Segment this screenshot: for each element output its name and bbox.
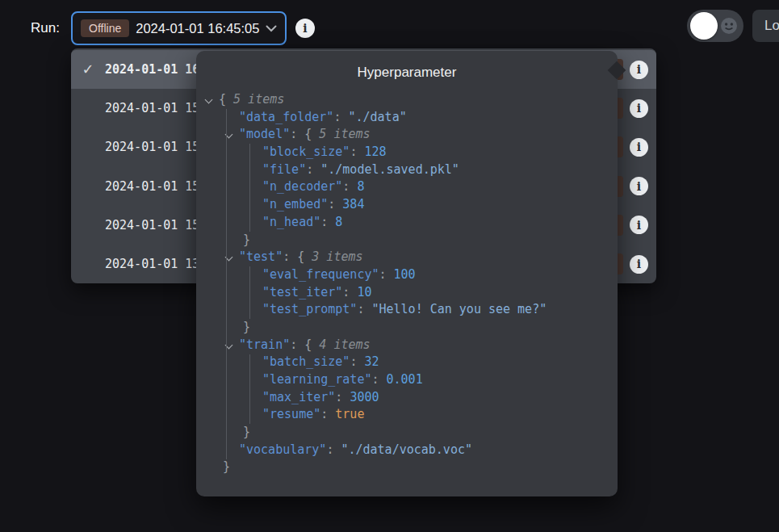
json-line: "test_iter": 10 bbox=[196, 284, 618, 302]
json-token-str: "./data/vocab.voc" bbox=[341, 442, 472, 457]
offline-status-badge: Offline bbox=[81, 19, 129, 37]
run-label: Run: bbox=[31, 20, 60, 36]
json-token-str: "Hello! Can you see me?" bbox=[371, 302, 547, 316]
collapse-chevron-icon[interactable] bbox=[205, 96, 213, 104]
json-token-key: "train" bbox=[239, 337, 290, 352]
json-line: "n_head": 8 bbox=[196, 214, 618, 232]
json-token-meta: 5 items bbox=[319, 127, 370, 141]
json-token-key: "batch_size" bbox=[262, 354, 350, 369]
json-line: "block_size": 128 bbox=[196, 144, 618, 161]
checkmark-icon: ✓ bbox=[71, 61, 105, 78]
json-line: "max_iter": 3000 bbox=[196, 389, 618, 407]
json-line: "vocabulary": "./data/vocab.voc" bbox=[196, 442, 618, 459]
json-token-bool: true bbox=[335, 407, 364, 421]
json-line: "model": { 5 items bbox=[196, 126, 618, 144]
run-info-icon[interactable]: i bbox=[295, 19, 315, 38]
json-line: } bbox=[196, 424, 618, 442]
json-line: "n_embed": 384 bbox=[196, 196, 618, 214]
json-line: "eval_frequency": 100 bbox=[196, 266, 618, 284]
row-info-icon[interactable]: i bbox=[630, 255, 648, 274]
json-token-punc: : bbox=[342, 285, 357, 300]
log-button[interactable]: Log bbox=[752, 10, 779, 42]
json-token-punc: : bbox=[350, 354, 364, 369]
json-token-punc: : bbox=[371, 372, 386, 387]
json-token-punc: : bbox=[335, 390, 350, 404]
tooltip-title: Hyperparameter bbox=[196, 65, 618, 81]
json-token-meta: 3 items bbox=[312, 249, 362, 264]
run-select-value: 2024-01-01 16:45:05 bbox=[136, 21, 259, 36]
json-token-punc: : bbox=[342, 179, 357, 194]
json-token-key: "n_embed" bbox=[262, 197, 328, 212]
json-token-str: "./model.saved.pkl" bbox=[320, 162, 459, 177]
json-token-key: "n_decoder" bbox=[262, 179, 342, 194]
json-line: } bbox=[196, 459, 618, 476]
json-token-punc: : bbox=[306, 162, 320, 177]
json-token-num: 10 bbox=[357, 285, 371, 300]
smiley-face-icon bbox=[720, 17, 738, 35]
json-token-punc: : bbox=[357, 302, 371, 316]
json-token-punc: { bbox=[304, 127, 319, 141]
json-token-punc: } bbox=[243, 320, 250, 334]
json-token-key: "block_size" bbox=[262, 145, 350, 159]
json-line: { 5 items bbox=[196, 91, 618, 109]
json-token-num: 100 bbox=[394, 267, 416, 282]
run-option-label: 2024-01-01 13 bbox=[105, 257, 199, 271]
hyperparameter-tooltip: Hyperparameter { 5 items"data_folder": "… bbox=[196, 51, 618, 496]
json-token-str: "./data" bbox=[348, 110, 406, 124]
row-info-icon[interactable]: i bbox=[630, 99, 648, 118]
json-token-num: 384 bbox=[342, 197, 364, 212]
json-token-num: 8 bbox=[335, 215, 342, 229]
json-token-punc: } bbox=[243, 425, 250, 439]
json-token-key: "eval_frequency" bbox=[262, 267, 379, 282]
json-token-key: "learning_rate" bbox=[262, 372, 371, 387]
json-token-key: "max_iter" bbox=[262, 390, 335, 404]
json-token-punc: : bbox=[290, 337, 304, 352]
json-token-key: "resume" bbox=[262, 407, 320, 421]
theme-toggle[interactable] bbox=[687, 10, 743, 42]
indent-guide bbox=[249, 144, 250, 232]
json-token-punc: : bbox=[290, 127, 304, 141]
run-option-label: 2024-01-01 15 bbox=[105, 179, 199, 194]
json-line: "data_folder": "./data" bbox=[196, 109, 618, 127]
json-token-meta: 4 items bbox=[319, 337, 370, 352]
toggle-thumb[interactable] bbox=[690, 12, 718, 40]
json-token-punc: { bbox=[297, 249, 312, 264]
row-info-icon[interactable]: i bbox=[630, 138, 648, 157]
json-token-punc: : bbox=[326, 442, 341, 457]
json-token-key: "file" bbox=[262, 162, 306, 177]
json-token-key: "test_prompt" bbox=[262, 302, 357, 316]
run-option-label: 2024-01-01 15 bbox=[105, 218, 199, 232]
json-line: "file": "./model.saved.pkl" bbox=[196, 161, 618, 179]
json-token-punc: : bbox=[283, 249, 297, 264]
json-line: } bbox=[196, 319, 618, 337]
json-token-meta: 5 items bbox=[233, 92, 284, 107]
row-info-icon[interactable]: i bbox=[630, 177, 648, 195]
json-line: } bbox=[196, 232, 618, 249]
json-token-punc: : bbox=[328, 197, 342, 212]
json-token-punc: : bbox=[379, 267, 394, 282]
json-token-key: "data_folder" bbox=[239, 110, 333, 124]
row-info-icon[interactable]: i bbox=[630, 216, 648, 234]
run-option-label: 2024-01-01 15 bbox=[105, 101, 199, 115]
json-token-punc: { bbox=[219, 92, 233, 107]
json-line: "n_decoder": 8 bbox=[196, 178, 618, 196]
json-token-punc: : bbox=[320, 407, 335, 421]
json-line: "train": { 4 items bbox=[196, 337, 618, 354]
json-token-num: 32 bbox=[364, 354, 379, 369]
json-token-num: 8 bbox=[357, 179, 364, 194]
json-token-punc: : bbox=[320, 215, 335, 229]
json-token-key: "n_head" bbox=[262, 215, 320, 229]
run-option-label: 2024-01-01 15 bbox=[105, 140, 199, 154]
json-token-num: 0.001 bbox=[387, 372, 423, 387]
json-token-num: 3000 bbox=[350, 390, 379, 404]
run-select[interactable]: Offline 2024-01-01 16:45:05 bbox=[71, 11, 287, 45]
json-token-num: 128 bbox=[364, 145, 386, 159]
json-token-punc: : bbox=[333, 110, 348, 124]
json-token-punc: { bbox=[304, 337, 319, 352]
json-token-punc: : bbox=[350, 145, 364, 159]
json-token-punc: } bbox=[223, 459, 230, 474]
row-info-icon[interactable]: i bbox=[630, 61, 648, 79]
json-tree: { 5 items"data_folder": "./data""model":… bbox=[196, 91, 618, 496]
indent-guide bbox=[249, 354, 250, 425]
indent-guide bbox=[249, 266, 250, 319]
